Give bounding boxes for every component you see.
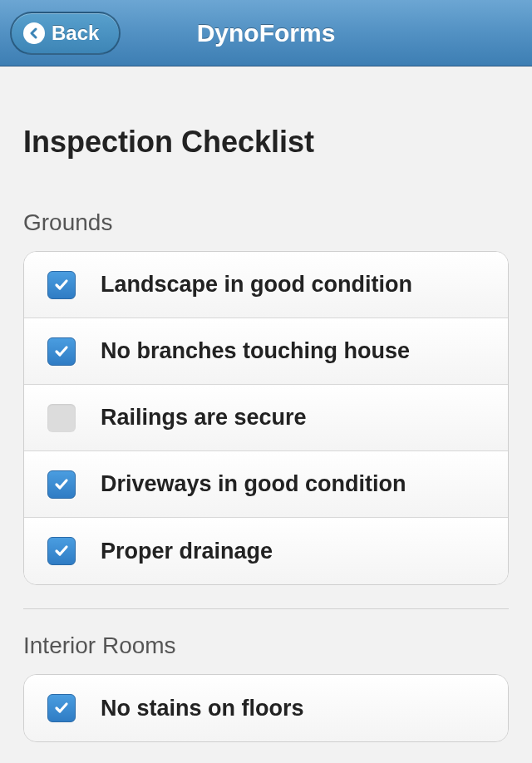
checkbox-icon bbox=[47, 404, 76, 432]
navbar: Back DynoForms bbox=[0, 0, 532, 66]
back-button-label: Back bbox=[52, 22, 99, 45]
navbar-title: DynoForms bbox=[197, 19, 336, 47]
checkbox-icon bbox=[47, 337, 76, 366]
checklist-label: No stains on floors bbox=[101, 696, 304, 721]
content-area: Inspection Checklist Grounds Landscape i… bbox=[0, 66, 532, 763]
section-title-interior: Interior Rooms bbox=[23, 633, 509, 659]
checklist-row[interactable]: Landscape in good condition bbox=[24, 252, 508, 318]
checkbox-icon bbox=[47, 694, 76, 722]
checkbox-icon bbox=[47, 537, 76, 565]
checklist-row[interactable]: No stains on floors bbox=[24, 675, 508, 741]
checklist-label: Railings are secure bbox=[101, 405, 307, 431]
section-title-grounds: Grounds bbox=[23, 209, 509, 236]
back-button[interactable]: Back bbox=[10, 12, 121, 55]
section-divider bbox=[23, 608, 509, 609]
checkbox-icon bbox=[47, 470, 76, 499]
checklist-row[interactable]: Proper drainage bbox=[24, 518, 508, 584]
checklist-label: No branches touching house bbox=[101, 338, 410, 364]
checklist-label: Proper drainage bbox=[101, 539, 273, 564]
list-group-grounds: Landscape in good condition No branches … bbox=[23, 251, 509, 585]
checkbox-icon bbox=[47, 271, 76, 299]
checklist-row[interactable]: Driveways in good condition bbox=[24, 451, 508, 518]
checklist-row[interactable]: No branches touching house bbox=[24, 318, 508, 385]
back-chevron-icon bbox=[23, 22, 45, 44]
page-title: Inspection Checklist bbox=[23, 66, 509, 209]
list-group-interior: No stains on floors bbox=[23, 674, 509, 742]
checklist-label: Landscape in good condition bbox=[101, 272, 412, 298]
checklist-label: Driveways in good condition bbox=[101, 471, 406, 497]
checklist-row[interactable]: Railings are secure bbox=[24, 385, 508, 451]
